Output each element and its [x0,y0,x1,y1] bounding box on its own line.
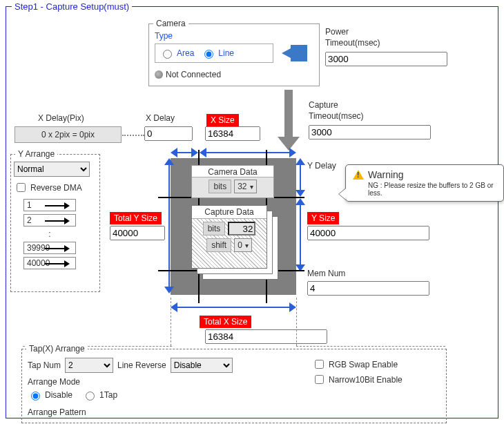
power-timeout-label2: Timeout(msec) [325,38,380,48]
yarrange-group: Y Arrange Normal Reverse DMA 1 2 : 39999… [10,154,100,292]
ysize-input[interactable] [307,226,429,240]
warning-icon [353,170,364,180]
xdelay-input[interactable] [144,126,193,141]
capture-timeout-label2: Timeout(msec) [309,111,364,121]
capture-data-title: Capture Data [192,206,266,219]
dotted-hline [296,346,445,347]
camera-data-bits-label: bits [209,180,231,193]
capture-timeout-label1: Capture [309,100,338,110]
tapx-legend: Tap(X) Arrange [26,344,88,354]
arrange-mode-label: Arrange Mode [28,377,80,387]
dotted-vline [296,298,297,346]
dotted-connector-icon [122,135,144,136]
capture-data-bits-label: bits [203,222,226,235]
tooltip-body: NG : Please resize the buffers to 2 GB o… [353,180,495,197]
yarrange-legend: Y Arrange [15,149,57,159]
capture-data-bits-input[interactable] [228,222,255,235]
xdelay-label: X Delay [146,113,175,123]
camera-status: Not Connected [166,70,221,79]
camera-legend: Camera [153,19,188,28]
total-y-label: Total Y Size [110,212,162,224]
arrange-row: 39999 [23,242,76,254]
dim-ydelay-icon [298,158,303,197]
camera-type-line-radio[interactable]: Line [201,48,234,59]
camera-data-panel: Camera Data bits 32▾ [191,165,274,198]
narrow10-checkbox[interactable]: Narrow10Bit Enable [312,373,403,386]
tapx-arrange-group: Tap(X) Arrange Tap Num 2 Line Reverse Di… [21,349,447,423]
camera-data-title: Camera Data [192,166,273,177]
camera-group: Camera Type Area Line Not Connected [148,19,320,86]
status-dot-icon [155,70,163,79]
arrange-row: 40000 [23,257,76,269]
capture-timeout-input[interactable] [309,125,431,139]
dim-total-y-icon [166,158,172,293]
tapnum-dropdown[interactable]: 2 [65,358,113,373]
tapnum-label: Tap Num [28,360,61,370]
arrange-row: 2 [23,214,76,227]
arrange-mode-disable-radio[interactable]: Disable [28,389,72,401]
camera-type-area-radio[interactable]: Area [159,48,194,59]
capture-data-shift-label: shift [206,238,231,252]
dotted-vline [171,298,171,346]
xsize-label: X Size [206,114,239,126]
memnum-input[interactable] [307,281,429,296]
camera-icon [282,44,308,63]
ysize-label: Y Size [307,212,339,224]
reverse-dma-checkbox[interactable]: Reverse DMA [14,181,82,194]
power-timeout-input[interactable] [325,52,447,66]
big-arrow-down-icon [278,90,300,151]
arrange-ellipsis: : [23,229,76,239]
total-y-input[interactable] [110,226,165,240]
xdelay-pix-display: 0 x 2pix = 0pix [14,126,122,143]
xdelay-pix-label: X Delay(Pix) [38,113,84,123]
capture-data-shift-dropdown[interactable]: 0▾ [234,238,252,252]
total-x-label: Total X Size [200,316,251,328]
dim-xsize-icon [200,150,296,155]
yarrange-mode-dropdown[interactable]: Normal [14,162,90,177]
arrange-mode-1tap-radio[interactable]: 1Tap [82,389,117,401]
line-reverse-dropdown[interactable]: Disable [171,358,233,373]
xsize-input[interactable] [205,126,260,141]
memnum-label: Mem Num [307,269,345,278]
warning-tooltip: Warning NG : Please resize the buffers t… [345,164,504,202]
step1-legend: Step1 - Capture Setup(must) [12,1,132,12]
arrange-pattern-label: Arrange Pattern [28,407,86,417]
arrange-row: 1 [23,199,76,211]
step1-capture-setup-group: Step1 - Capture Setup(must) Camera Type … [6,1,498,418]
ydelay-label: Y Delay [307,161,336,171]
total-x-input[interactable] [205,329,327,344]
line-reverse-label: Line Reverse [117,360,166,370]
rgb-swap-checkbox[interactable]: RGB Swap Enable [312,358,398,371]
dim-total-x-icon [171,305,296,310]
tooltip-title: Warning [368,169,404,180]
power-timeout-label1: Power [325,27,349,37]
capture-data-panel: Capture Data bits shift 0▾ [191,205,267,269]
dim-ysize-icon [298,198,303,271]
camera-type-label: Type [155,31,173,41]
dim-xdelay-icon [171,150,198,155]
camera-data-bits-dropdown[interactable]: 32▾ [234,180,256,193]
